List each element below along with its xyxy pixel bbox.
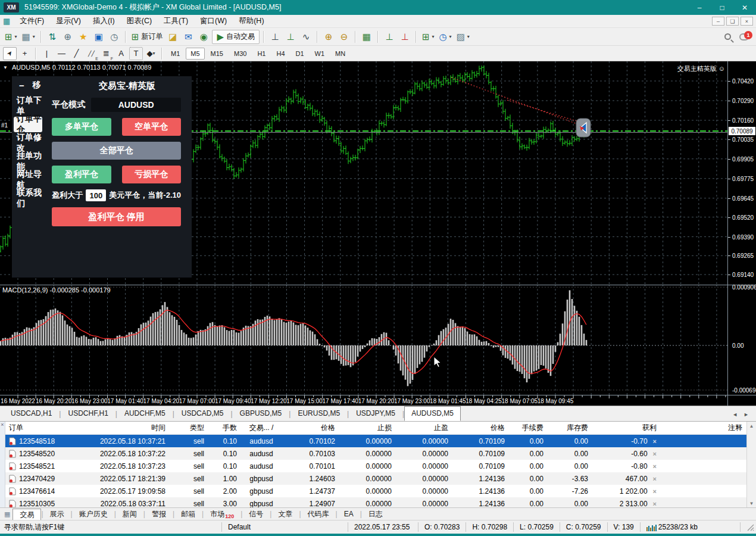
add-indicator-button[interactable]: ⊞▾	[420, 30, 436, 44]
close-sell-orders-button[interactable]: 空单平仓	[122, 118, 181, 136]
terminal-tab-交易[interactable]: 交易	[13, 509, 41, 521]
terminal-tab-信号[interactable]: 信号	[242, 509, 270, 520]
resize-grip[interactable]	[740, 522, 756, 532]
timeframe-M30[interactable]: M30	[229, 48, 251, 60]
chart-trade-marker[interactable]	[576, 119, 591, 137]
menu-item-图表(C)[interactable]: 图表(C)	[121, 16, 158, 26]
timeframe-M1[interactable]: M1	[166, 48, 185, 60]
trend-line-1[interactable]	[451, 77, 583, 126]
menu-item-帮助(H)[interactable]: 帮助(H)	[233, 16, 270, 26]
vertical-line-tool[interactable]: |	[40, 47, 54, 60]
col-header-10[interactable]: 手续费	[508, 423, 547, 433]
terminal-tab-警报[interactable]: 警报	[145, 509, 173, 520]
autotrading-button[interactable]: ▶自动交易	[212, 30, 260, 44]
timeframe-D1[interactable]: D1	[291, 48, 309, 60]
close-order-icon[interactable]: ×	[653, 488, 657, 495]
profit-close-toggle-button[interactable]: 盈利平仓 停用	[52, 207, 181, 226]
fibonacci-tool[interactable]: ≣F	[99, 47, 113, 60]
trend-line-2[interactable]	[507, 100, 582, 123]
panel-menu-联系我们[interactable]: 联系我们	[14, 191, 42, 206]
terminal-tab-代码库[interactable]: 代码库	[301, 509, 336, 520]
metaeditor-button[interactable]: ◪	[165, 30, 180, 44]
chevron-down-icon[interactable]: ▼	[3, 65, 8, 70]
col-header-8[interactable]: 止盈	[395, 423, 452, 433]
chart-tab-USDCAD,M5[interactable]: USDCAD,M5	[174, 406, 231, 421]
mdi-close-button[interactable]: ×	[741, 17, 753, 26]
strategy-tester-button[interactable]: ◷	[107, 30, 121, 44]
zoom-out-button[interactable]: ⊖	[337, 30, 351, 44]
mdi-minimize-button[interactable]: –	[712, 17, 724, 26]
shapes-tool[interactable]: ◆▾	[144, 47, 158, 60]
timeframe-H1[interactable]: H1	[252, 48, 270, 60]
panel-menu-订单修改[interactable]: 订单修改	[14, 135, 42, 151]
periods-button[interactable]: ◷▾	[438, 30, 454, 44]
chart-symbol-header[interactable]: ▼ AUDUSD,M5 0.70112 0.70113 0.70071 0.70…	[3, 64, 151, 71]
chart-tab-USDCAD,H1[interactable]: USDCAD,H1	[4, 406, 59, 421]
close-order-icon[interactable]: ×	[653, 438, 657, 445]
terminal-tab-账户历史[interactable]: 账户历史	[73, 509, 114, 520]
panel-menu-网址导航[interactable]: 网址导航	[14, 172, 42, 188]
mdi-restore-button[interactable]: ❏	[726, 17, 739, 26]
order-row-123510305[interactable]: 1235103052022.05.18 03:37:11sell3.00gbpu…	[5, 497, 746, 507]
tabs-scroll-right-icon[interactable]: ►	[743, 412, 749, 417]
col-header-3[interactable]: 类型	[169, 423, 208, 433]
chart-tab-AUDCHF,M5[interactable]: AUDCHF,M5	[117, 406, 173, 421]
profiles-button[interactable]: ▦▾	[20, 30, 37, 44]
terminal-close-strip[interactable]: ×	[0, 422, 5, 507]
text-tool[interactable]: A	[114, 47, 128, 60]
timeframe-H4[interactable]: H4	[271, 48, 289, 60]
data-window-button[interactable]: ⊕	[61, 30, 75, 44]
menu-item-文件(F)[interactable]: 文件(F)	[14, 16, 50, 26]
menu-item-窗口(W)[interactable]: 窗口(W)	[194, 16, 233, 26]
terminal-tab-文章[interactable]: 文章	[271, 509, 299, 520]
pane-separator[interactable]	[0, 285, 756, 285]
menu-item-插入(I)[interactable]: 插入(I)	[87, 16, 121, 26]
col-header-4[interactable]: 手数	[208, 423, 240, 433]
close-all-orders-button[interactable]: 全部平仓	[52, 142, 181, 160]
terminal-panel-button[interactable]: ▣	[92, 30, 106, 44]
indicators-button[interactable]: ⊥	[382, 30, 396, 44]
horizontal-line-tool[interactable]: —	[55, 47, 68, 60]
terminal-tab-日志[interactable]: 日志	[362, 509, 389, 520]
close-mode-symbol-select[interactable]: AUDUSD	[91, 98, 181, 112]
timeframe-M15[interactable]: M15	[206, 48, 228, 60]
close-order-icon[interactable]: ×	[653, 475, 657, 482]
col-header-13[interactable]: 注释	[660, 423, 746, 433]
chat-button[interactable]: ✉	[181, 30, 195, 44]
maximize-button[interactable]: □	[711, 0, 733, 15]
panel-menu-订单下单[interactable]: 订单下单	[14, 98, 42, 114]
order-row-123470429[interactable]: 1234704292022.05.17 18:21:39sell1.00gbpu…	[5, 472, 746, 485]
timeframe-M5[interactable]: M5	[186, 48, 204, 60]
chart-tab-GBPUSD,M5[interactable]: GBPUSD,M5	[233, 406, 289, 421]
panel-menu-挂单功能[interactable]: 挂单功能	[14, 154, 42, 169]
order-row-123548518[interactable]: 1235485182022.05.18 10:37:21sell0.10audu…	[5, 435, 746, 447]
navigator-button[interactable]: ★	[76, 30, 90, 44]
candle-chart-mode-button[interactable]: ⊥	[283, 30, 298, 44]
close-loss-orders-button[interactable]: 亏损平仓	[122, 166, 181, 183]
tile-windows-button[interactable]: ▦	[360, 30, 374, 44]
chart-tab-EURUSD,M5[interactable]: EURUSD,M5	[290, 406, 347, 421]
panel-menu-订单平仓[interactable]: 订单平仓	[14, 117, 42, 132]
close-profit-orders-button[interactable]: 盈利平仓	[52, 166, 111, 183]
terminal-scrollbar[interactable]: ▲ ▼	[746, 422, 756, 507]
timeframe-W1[interactable]: W1	[310, 48, 330, 60]
terminal-tab-展示[interactable]: 展示	[43, 509, 71, 520]
terminal-tab-市场[interactable]: 市场120	[204, 509, 240, 520]
zoom-in-button[interactable]: ⊕	[321, 30, 336, 44]
col-header-7[interactable]: 止损	[339, 423, 395, 433]
close-buy-orders-button[interactable]: 多单平仓	[52, 118, 111, 136]
close-order-icon[interactable]: ×	[653, 450, 657, 457]
scroll-up-icon[interactable]: ▲	[747, 422, 756, 429]
chart-tab-USDCHF,H1[interactable]: USDCHF,H1	[61, 406, 115, 421]
notifications-icon[interactable]: 1	[739, 33, 749, 40]
col-header-2[interactable]: 时间	[83, 423, 169, 433]
tabs-scroll-left-icon[interactable]: ◄	[732, 412, 738, 417]
cursor-tool[interactable]: ➤	[3, 47, 17, 60]
close-order-icon[interactable]: ×	[653, 463, 657, 470]
close-button[interactable]: ✕	[733, 0, 756, 15]
search-icon[interactable]	[724, 33, 731, 40]
menu-item-显示(V)[interactable]: 显示(V)	[50, 16, 87, 26]
terminal-tab-新闻[interactable]: 新闻	[116, 509, 143, 520]
panel-minimize-button[interactable]: −	[19, 80, 24, 91]
panel-move-handle[interactable]: 移	[33, 80, 41, 91]
